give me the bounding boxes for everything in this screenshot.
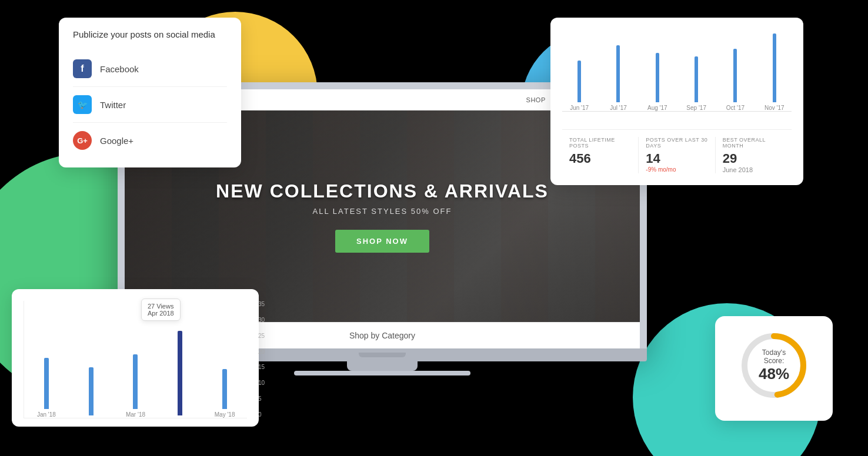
analytics-chart-area: Jun '17Jul '17Aug '17Sep '17Oct '17Nov '…: [562, 29, 792, 123]
stat-last-30-sub: -9% mo/mo: [646, 166, 707, 173]
laptop-notch: [359, 353, 406, 357]
facebook-icon: f: [73, 59, 92, 78]
y-axis: 35302520151050: [258, 301, 265, 418]
shop-now-button[interactable]: SHOP NOW: [335, 230, 429, 253]
analytics-bar-label: Aug '17: [647, 105, 667, 111]
nav-shop[interactable]: SHOP: [526, 96, 546, 103]
facebook-item[interactable]: f Facebook: [73, 51, 227, 87]
views-bar-group: [162, 331, 198, 418]
stat-total-posts-value: 456: [569, 151, 631, 166]
analytics-bar-group: Jul '17: [607, 45, 629, 112]
hero-content: NEW COLLECTIONS & ARRIVALS ALL LATEST ST…: [216, 180, 549, 253]
score-text: Today's Score: 48%: [756, 348, 792, 383]
stat-last-30-value: 14: [646, 151, 707, 166]
facebook-label: Facebook: [100, 64, 139, 74]
analytics-bar-group: Oct '17: [724, 49, 746, 111]
analytics-bar: [773, 33, 776, 102]
analytics-bar-label: Sep '17: [686, 105, 706, 111]
views-bar: [178, 331, 182, 416]
laptop-foot: [294, 371, 470, 375]
views-bar: [44, 358, 49, 409]
analytics-bar-group: Jun '17: [568, 61, 590, 112]
views-bar-group: May '18: [207, 369, 242, 418]
views-bar-label: Mar '18: [126, 411, 145, 418]
twitter-icon: 🐦: [73, 95, 92, 114]
twitter-label: Twitter: [100, 100, 126, 110]
stats-row: TOTAL LIFETIME POSTS 456 POSTS OVER LAST…: [562, 129, 792, 173]
stat-total-posts-label: TOTAL LIFETIME POSTS: [569, 137, 631, 149]
stat-best-month-value: 29: [723, 151, 784, 166]
views-chart-card: 27 Views Apr 2018 Jan '18Mar '18May '183…: [12, 289, 259, 427]
score-card: Today's Score: 48%: [715, 316, 833, 421]
views-bar-label: Jan '18: [37, 411, 56, 418]
google-plus-item[interactable]: G+ Google+: [73, 123, 227, 158]
stat-last-30: POSTS OVER LAST 30 DAYS 14 -9% mo/mo: [639, 137, 715, 173]
analytics-bar-group: Sep '17: [685, 56, 707, 111]
laptop-stand: [347, 361, 418, 371]
views-chart: Jan '18Mar '18May '1835302520151050: [24, 301, 247, 418]
hero-subtitle: ALL LATEST STYLES 50% OFF: [216, 207, 549, 216]
analytics-bar-label: Jul '17: [610, 105, 627, 111]
analytics-bar-group: Aug '17: [646, 53, 669, 112]
analytics-bar-label: Oct '17: [726, 105, 745, 111]
analytics-bar: [656, 53, 659, 103]
views-bar-group: [74, 367, 109, 418]
analytics-bar: [733, 49, 737, 102]
analytics-bar: [695, 56, 698, 102]
analytics-bar-group: Nov '17: [763, 33, 786, 111]
stat-last-30-label: POSTS OVER LAST 30 DAYS: [646, 137, 707, 149]
google-plus-icon: G+: [73, 131, 92, 150]
views-bar-group: Jan '18: [29, 358, 64, 418]
analytics-bars: Jun '17Jul '17Aug '17Sep '17Oct '17Nov '…: [562, 29, 792, 112]
social-media-card: Publicize your posts on social media f F…: [59, 18, 241, 167]
analytics-bar: [577, 61, 581, 103]
score-value: 48%: [756, 365, 792, 383]
analytics-bar: [616, 45, 620, 103]
social-card-title: Publicize your posts on social media: [73, 29, 227, 39]
views-bar: [89, 367, 94, 415]
score-label: Today's Score:: [756, 348, 792, 365]
twitter-item[interactable]: 🐦 Twitter: [73, 87, 227, 123]
views-bar-group: Mar '18: [118, 354, 153, 418]
stat-best-month: BEST OVERALL MONTH 29 June 2018: [716, 137, 792, 173]
analytics-card: Jun '17Jul '17Aug '17Sep '17Oct '17Nov '…: [550, 18, 803, 185]
stat-best-month-sub: June 2018: [723, 166, 784, 173]
views-bar: [222, 369, 227, 409]
stat-best-month-label: BEST OVERALL MONTH: [723, 137, 784, 149]
views-bar: [133, 354, 138, 410]
analytics-bar-label: Nov '17: [764, 105, 784, 111]
views-bar-label: May '18: [215, 411, 235, 418]
stat-total-posts: TOTAL LIFETIME POSTS 456: [562, 137, 639, 173]
analytics-bar-label: Jun '17: [570, 105, 589, 111]
google-plus-label: Google+: [100, 136, 133, 146]
hero-title: NEW COLLECTIONS & ARRIVALS: [216, 180, 549, 202]
score-ring: Today's Score: 48%: [739, 330, 809, 401]
